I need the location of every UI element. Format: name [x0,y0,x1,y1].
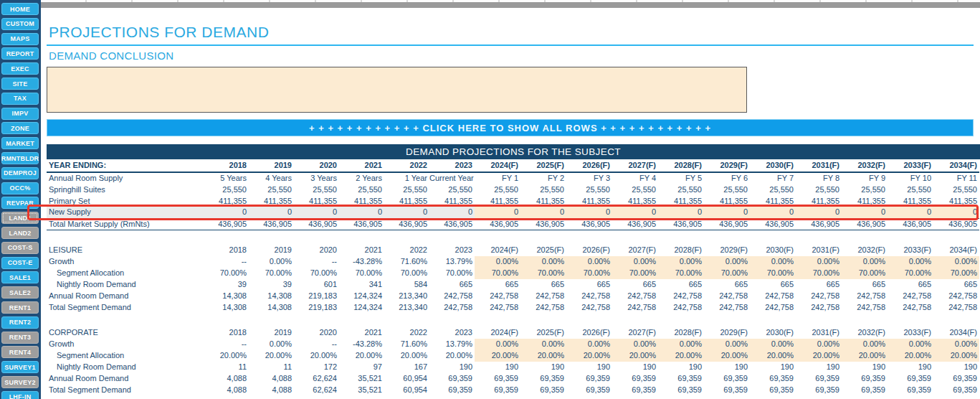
value-cell[interactable]: 0.00% [933,256,979,268]
value-cell[interactable]: 0.00% [704,256,750,268]
value-cell: 20.00% [294,350,339,362]
sidebar-item-occ-[interactable]: OCC% [1,182,39,194]
year-column-header: 2031(F) [796,159,842,172]
value-cell[interactable]: 70.00% [842,268,888,279]
value-cell[interactable]: 0.00% [520,256,566,268]
value-cell[interactable]: 0.00% [750,256,796,268]
sidebar-item-sale1[interactable]: SALE1 [1,271,39,283]
sidebar-item-rent4[interactable]: RENT4 [1,346,39,358]
value-cell[interactable]: 0.00% [888,256,933,268]
value-cell[interactable]: 0.00% [888,339,933,350]
sidebar-item-survey1[interactable]: SURVEY1 [1,361,39,373]
value-cell[interactable]: 0 [888,207,933,218]
header-row: YEAR ENDING:2018201920202021202220232024… [47,159,979,172]
sidebar-item-land1[interactable]: LAND1 [1,212,39,224]
value-cell[interactable]: 0 [704,207,750,218]
sidebar-item-lhf-in[interactable]: LHF-IN [1,391,39,399]
year-column-header: 2028(F) [658,245,704,256]
value-cell[interactable]: 0.00% [475,256,520,268]
value-cell[interactable]: 0.00% [933,339,979,350]
value-cell: 69,359 [566,385,612,396]
value-cell: 665 [750,279,796,291]
value-cell[interactable]: 0 [612,207,658,218]
value-cell[interactable]: 20.00% [842,350,888,362]
value-cell[interactable]: 70.00% [933,268,979,279]
value-cell[interactable]: 0.00% [750,339,796,350]
value-cell[interactable]: 0.00% [796,256,842,268]
value-cell[interactable]: 20.00% [796,350,842,362]
value-cell[interactable]: 0.00% [475,339,520,350]
value-cell[interactable]: 0.00% [566,339,612,350]
sidebar-item-survey2[interactable]: SURVEY2 [1,376,39,388]
value-cell[interactable]: 0 [520,207,566,218]
value-cell[interactable]: 0 [750,207,796,218]
value-cell[interactable]: 0.00% [612,256,658,268]
value-cell[interactable]: 70.00% [750,268,796,279]
value-cell: 69,359 [933,385,979,396]
value-cell[interactable]: 20.00% [520,350,566,362]
value-cell[interactable]: 70.00% [612,268,658,279]
sidebar-item-impv[interactable]: IMPV [1,108,39,120]
value-cell[interactable]: 0 [933,207,979,218]
value-cell[interactable]: 20.00% [750,350,796,362]
value-cell[interactable]: 0.00% [658,339,704,350]
sidebar-item-cost-s[interactable]: COST-S [1,242,39,254]
value-cell[interactable]: 20.00% [888,350,933,362]
value-cell: 436,905 [384,218,429,230]
sidebar-item-revpar[interactable]: REVPAR [1,197,39,209]
value-cell[interactable]: 0.00% [842,256,888,268]
demand-conclusion-input[interactable] [47,67,747,113]
sidebar-item-zone[interactable]: ZONE [1,122,39,134]
sidebar-item-rmntbldr[interactable]: RMNTBLDR [1,152,39,164]
value-cell[interactable]: 0 [658,207,704,218]
value-cell[interactable]: 0.00% [612,339,658,350]
value-cell[interactable]: 0 [475,207,520,218]
value-cell[interactable]: 70.00% [658,268,704,279]
value-cell[interactable]: 70.00% [796,268,842,279]
value-cell[interactable]: 0 [566,207,612,218]
value-cell: 69,359 [475,385,520,396]
value-cell: 411,355 [294,195,339,207]
sidebar-item-demproj[interactable]: DEMPROJ [1,167,39,179]
sidebar-item-cost-e[interactable]: COST-E [1,257,39,269]
value-cell[interactable]: 0.00% [658,256,704,268]
value-cell[interactable]: 0 [796,207,842,218]
value-cell[interactable]: 20.00% [933,350,979,362]
value-cell[interactable]: 70.00% [888,268,933,279]
sidebar-item-rent3[interactable]: RENT3 [1,332,39,344]
value-cell[interactable]: 20.00% [612,350,658,362]
sidebar-item-home[interactable]: HOME [1,3,39,15]
sidebar-item-report[interactable]: REPORT [1,47,39,60]
year-column-header: 2021 [339,159,384,172]
year-column-header: 2032(F) [842,159,888,172]
value-cell[interactable]: 0.00% [796,339,842,350]
value-cell[interactable]: 0 [842,207,888,218]
sidebar-item-custom[interactable]: CUSTOM [1,18,39,30]
value-cell[interactable]: 70.00% [566,268,612,279]
sidebar-item-site[interactable]: SITE [1,78,39,90]
value-cell[interactable]: 20.00% [566,350,612,362]
year-column-header: 2023 [429,159,475,172]
row-label: Annual Room Demand [47,373,204,385]
value-cell[interactable]: 70.00% [520,268,566,279]
sidebar-item-sale2[interactable]: SALE2 [1,286,39,299]
sidebar-item-exec[interactable]: EXEC [1,62,39,75]
sidebar-item-rent1[interactable]: RENT1 [1,301,39,314]
value-cell[interactable]: 0.00% [520,339,566,350]
sidebar-item-tax[interactable]: TAX [1,93,39,105]
value-cell[interactable]: 20.00% [704,350,750,362]
value-cell[interactable]: 70.00% [704,268,750,279]
sidebar-item-market[interactable]: MARKET [1,137,39,149]
value-cell[interactable]: 20.00% [658,350,704,362]
value-cell[interactable]: 0.00% [704,339,750,350]
value-cell[interactable]: 20.00% [475,350,520,362]
value-cell[interactable]: 70.00% [475,268,520,279]
value-cell[interactable]: 0.00% [842,339,888,350]
sidebar-item-land2[interactable]: LAND2 [1,227,39,239]
value-cell: 242,758 [520,302,566,314]
value-cell[interactable]: 0.00% [566,256,612,268]
sidebar-item-maps[interactable]: MAPS [1,33,39,45]
show-all-rows-banner[interactable]: + + + + + + + + + + + + CLICK HERE TO SH… [47,119,974,136]
row-label: Segment Allocation [47,350,204,362]
sidebar-item-rent2[interactable]: RENT2 [1,316,39,329]
